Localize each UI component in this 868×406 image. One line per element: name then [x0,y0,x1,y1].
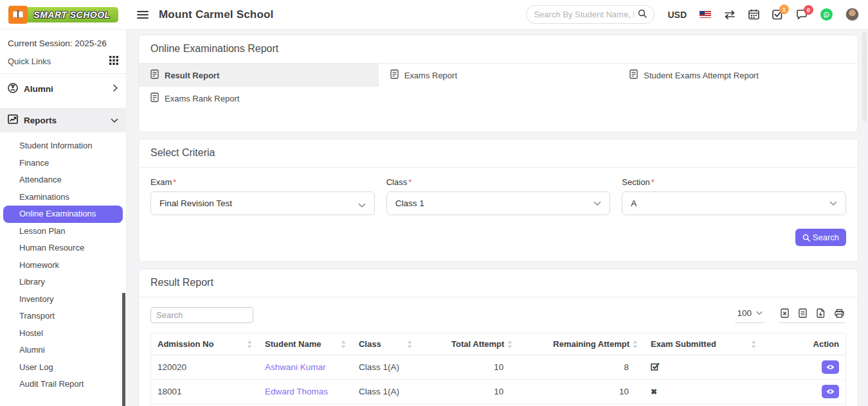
export-csv-icon[interactable] [799,308,807,318]
remaining-attempt-cell: 8 [519,355,644,380]
sidebar-item-user-log[interactable]: User Log [0,359,126,376]
sidebar-item-audit-trail-report[interactable]: Audit Trail Report [0,376,126,393]
student-name-link[interactable]: Edward Thomas [265,387,328,396]
section-select-value: A [631,199,637,208]
whatsapp-icon[interactable] [820,8,833,21]
sort-icon[interactable] [247,340,252,348]
sidebar-item-transport[interactable]: Transport [0,308,126,325]
not-submitted-icon: ✖ [651,387,657,396]
sidebar-item-human-resource[interactable]: Human Resource [0,240,126,257]
table-row: 18001 Edward Thomas Class 1(A) 10 10 ✖ [151,380,846,404]
sort-icon[interactable] [751,340,756,348]
sidebar-item-system-setting[interactable]: System Setting [0,400,126,406]
section-label: Section* [622,177,846,187]
section-select[interactable]: A [622,191,846,215]
chevron-down-icon [756,311,763,315]
document-icon [390,69,399,81]
search-button-label: Search [813,233,839,242]
exchange-icon[interactable] [724,10,736,19]
select-criteria-card: Select Criteria Exam* Final Revision Tes… [138,139,858,262]
exam-label: Exam* [150,177,375,187]
search-icon[interactable] [638,9,647,20]
page-size-selector[interactable]: 100 [735,308,764,323]
sort-icon[interactable] [341,340,346,348]
sidebar-item-homework[interactable]: Homework [0,257,126,274]
tasks-icon[interactable]: 1 [772,9,783,20]
eye-icon [826,364,835,370]
sort-icon[interactable] [507,340,512,348]
required-asterisk: * [651,177,655,187]
sidebar-item-hostel[interactable]: Hostel [0,325,126,342]
chevron-down-icon [111,116,118,125]
sidebar-item-online-examinations[interactable]: Online Examinations [3,206,123,223]
class-label: Class* [386,177,611,187]
hamburger-menu-icon[interactable] [137,10,149,19]
quick-links[interactable]: Quick Links [0,51,126,74]
view-button[interactable] [822,385,839,398]
search-button[interactable]: Search [795,229,846,246]
exam-select[interactable]: Final Revision Test [150,191,375,215]
sidebar-item-reports-section[interactable]: Reports [0,108,126,132]
total-attempt-cell: 10 [419,355,520,380]
export-toolbar [779,308,846,323]
tab-exams-report[interactable]: Exams Report [379,64,619,87]
eye-icon [826,389,835,394]
school-name-title: Mount Carmel School [159,8,274,21]
global-search[interactable] [526,5,655,24]
sort-icon[interactable] [407,340,412,348]
class-cell: Class 1(A) [352,355,419,380]
tab-label: Student Exams Attempt Report [644,71,758,80]
sidebar-item-student-information[interactable]: Student Information [0,137,126,155]
table-search-input[interactable] [150,307,253,323]
sidebar-item-finance[interactable]: Finance [0,155,126,172]
admission-no-cell: 18001 [151,380,259,404]
sidebar-item-alumni-section[interactable]: Alumni [0,76,126,102]
logo[interactable]: SMART SCHOOL [0,6,127,24]
col-total-attempt[interactable]: Total Attempt [451,339,504,349]
admission-no-cell: 520039 [151,404,259,406]
page-title: Online Examinations Report [139,35,858,64]
col-exam-submitted[interactable]: Exam Submitted [651,339,716,349]
user-avatar[interactable] [845,8,859,21]
main-content: Online Examinations Report Result Report… [127,30,868,406]
online-examinations-report-card: Online Examinations Report Result Report… [138,35,858,132]
class-field: Class* Class 1 [386,177,611,215]
export-pdf-icon[interactable] [817,308,825,318]
sidebar-item-library[interactable]: Library [0,274,126,291]
sort-icon[interactable] [633,340,638,348]
sidebar-item-alumni[interactable]: Alumni [0,342,126,359]
grid-icon[interactable] [109,56,118,67]
currency-selector[interactable]: USD [667,10,687,20]
sidebar: Current Session: 2025-26 Quick Links Alu… [0,30,127,406]
alumni-icon [8,83,18,95]
sidebar-item-inventory[interactable]: Inventory [0,291,126,308]
remaining-attempt-cell: 10 [519,380,644,404]
logo-text: SMART SCHOOL [24,7,118,22]
view-button[interactable] [822,360,839,374]
col-class[interactable]: Class [359,339,381,349]
sidebar-item-lesson-plan[interactable]: Lesson Plan [0,223,126,240]
tab-exams-rank-report[interactable]: Exams Rank Report [139,87,379,110]
student-name-link[interactable]: Ashwani Kumar [265,362,326,372]
col-student-name[interactable]: Student Name [265,339,321,349]
chevron-down-icon [358,203,366,208]
page-scrollbar[interactable] [862,31,867,121]
sidebar-item-attendance[interactable]: Attendance [0,172,126,189]
messages-icon[interactable]: 0 [796,10,808,20]
class-select[interactable]: Class 1 [386,191,611,215]
language-flag-icon[interactable] [700,11,711,19]
tasks-badge: 1 [779,4,789,14]
col-admission-no[interactable]: Admission No [158,339,213,349]
select-criteria-title: Select Criteria [139,139,858,168]
col-remaining-attempt[interactable]: Remaining Attempt [553,339,629,349]
export-excel-icon[interactable] [781,308,789,318]
global-search-input[interactable] [534,10,634,19]
sidebar-scrollbar[interactable] [122,293,125,406]
print-icon[interactable] [835,309,844,318]
sidebar-item-examinations[interactable]: Examinations [0,189,126,206]
tab-result-report[interactable]: Result Report [139,64,379,87]
calendar-icon[interactable] [748,9,759,20]
required-asterisk: * [408,177,411,187]
class-select-value: Class 1 [395,199,424,208]
tab-student-exams-attempt-report[interactable]: Student Exams Attempt Report [618,64,858,87]
